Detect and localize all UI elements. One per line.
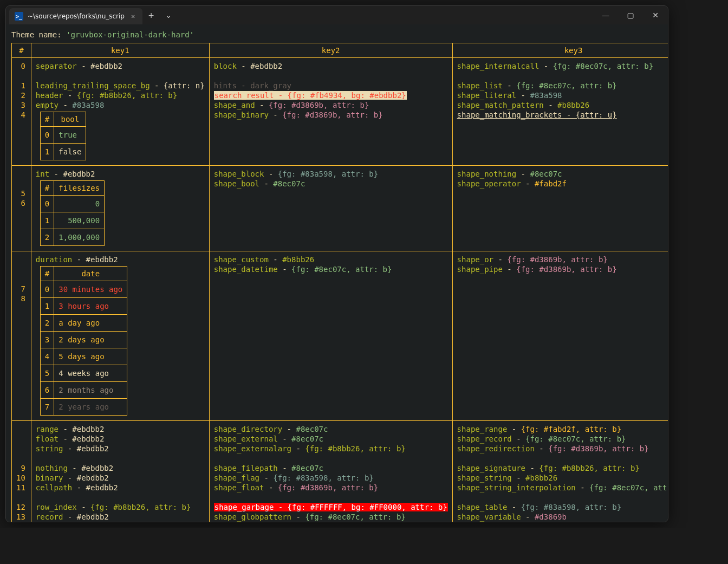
table-row: 0 1234 separator - #ebdbb2leading_traili… xyxy=(12,58,668,166)
theme-entry xyxy=(36,492,205,502)
theme-entry: shape_float - {fg: #d3869b, attr: b} xyxy=(214,483,448,492)
theme-entry: shape_string - #b8bb26 xyxy=(457,473,668,483)
theme-entry: block - #ebdbb2 xyxy=(214,61,448,71)
theme-entry: shape_match_pattern - #b8bb26 xyxy=(457,100,668,110)
table-row: 56 int - #ebdbb2#filesizes001500,00021,0… xyxy=(12,166,668,251)
theme-entry: shape_external - #8ec07c xyxy=(214,434,448,444)
tab-dropdown-button[interactable]: ⌄ xyxy=(160,6,177,24)
theme-entry xyxy=(214,71,448,81)
theme-entry: shape_datetime - {fg: #8ec07c, attr: b} xyxy=(214,264,448,274)
theme-entry: hints - dark_gray xyxy=(214,81,448,90)
terminal-tab[interactable]: >_ ~\source\repos\forks\nu_scrip ✕ xyxy=(9,8,142,24)
theme-entry: shape_pipe - {fg: #d3869b, attr: b} xyxy=(457,264,668,274)
theme-entry: shape_binary - {fg: #d3869b, attr: b} xyxy=(214,110,448,120)
theme-entry: leading_trailing_space_bg - {attr: n} xyxy=(36,81,205,90)
theme-entry: search_result - {fg: #fb4934, bg: #ebdbb… xyxy=(214,90,448,100)
theme-entry: shape_garbage - {fg: #FFFFFF, bg: #FF000… xyxy=(214,502,448,512)
mini-table: #bool0true1false xyxy=(40,112,87,160)
theme-entry: empty - #83a598 xyxy=(36,100,205,110)
theme-entry: shape_variable - #d3869b xyxy=(457,512,668,522)
col-key2: key2 xyxy=(209,43,452,58)
table-row: 78 duration - #ebdbb2#date030 minutes ag… xyxy=(12,251,668,421)
mini-table: #filesizes001500,00021,000,000 xyxy=(40,180,105,246)
theme-entry xyxy=(457,453,668,463)
theme-entry xyxy=(214,492,448,502)
maximize-button[interactable]: ▢ xyxy=(618,6,643,24)
titlebar-drag-area[interactable] xyxy=(177,6,593,24)
theme-entry: shape_custom - #b8bb26 xyxy=(214,255,448,264)
theme-entry: shape_flag - {fg: #83a598, attr: b} xyxy=(214,473,448,483)
theme-entry: separator - #ebdbb2 xyxy=(36,61,205,71)
theme-entry: shape_internalcall - {fg: #8ec07c, attr:… xyxy=(457,61,668,71)
theme-entry: duration - #ebdbb2 xyxy=(36,255,205,264)
theme-entry xyxy=(36,71,205,81)
theme-entry: header - {fg: #b8bb26, attr: b} xyxy=(36,90,205,100)
theme-entry: shape_operator - #fabd2f xyxy=(457,179,668,189)
theme-entry: shape_bool - #8ec07c xyxy=(214,179,448,189)
mini-table: #date030 minutes ago13 hours ago2a day a… xyxy=(40,266,127,416)
theme-entry: shape_redirection - {fg: #d3869b, attr: … xyxy=(457,444,668,453)
powershell-icon: >_ xyxy=(15,12,23,21)
terminal-window: >_ ~\source\repos\forks\nu_scrip ✕ + ⌄ —… xyxy=(5,5,668,522)
theme-entry: shape_record - {fg: #8ec07c, attr: b} xyxy=(457,434,668,444)
theme-entry: shape_block - {fg: #83a598, attr: b} xyxy=(214,169,448,179)
table-row: 91011 121314 range - #ebdbb2float - #ebd… xyxy=(12,421,668,522)
col-key3: key3 xyxy=(452,43,668,58)
theme-entry: range - #ebdbb2 xyxy=(36,424,205,434)
theme-entry: int - #ebdbb2 xyxy=(36,169,205,179)
theme-entry: shape_literal - #83a598 xyxy=(457,90,668,100)
theme-entry: record - #ebdbb2 xyxy=(36,512,205,522)
theme-entry: shape_matching_brackets - {attr: u} xyxy=(457,110,668,120)
theme-entry: shape_globpattern - {fg: #8ec07c, attr: … xyxy=(214,512,448,522)
minimize-button[interactable]: — xyxy=(593,6,618,24)
theme-entry: shape_directory - #8ec07c xyxy=(214,424,448,434)
theme-entry: nothing - #ebdbb2 xyxy=(36,463,205,473)
close-window-button[interactable]: ✕ xyxy=(643,6,668,24)
table-header-row: # key1 key2 key3 xyxy=(12,43,668,58)
theme-entry: shape_or - {fg: #d3869b, attr: b} xyxy=(457,255,668,264)
titlebar: >_ ~\source\repos\forks\nu_scrip ✕ + ⌄ —… xyxy=(6,6,668,24)
theme-entry xyxy=(214,453,448,463)
theme-entry: shape_nothing - #8ec07c xyxy=(457,169,668,179)
theme-entry: shape_filepath - #8ec07c xyxy=(214,463,448,473)
theme-entry: shape_externalarg - {fg: #b8bb26, attr: … xyxy=(214,444,448,453)
tab-title: ~\source\repos\forks\nu_scrip xyxy=(28,12,125,20)
col-hash: # xyxy=(12,43,31,58)
theme-name-line: Theme name: 'gruvbox-original-dark-hard' xyxy=(11,30,662,40)
theme-entry: float - #ebdbb2 xyxy=(36,434,205,444)
theme-entry: shape_list - {fg: #8ec07c, attr: b} xyxy=(457,81,668,90)
theme-entry xyxy=(457,492,668,502)
theme-entry xyxy=(457,71,668,81)
col-key1: key1 xyxy=(31,43,209,58)
theme-entry: shape_string_interpolation - {fg: #8ec07… xyxy=(457,483,668,492)
theme-entry: binary - #ebdbb2 xyxy=(36,473,205,483)
close-tab-icon[interactable]: ✕ xyxy=(129,11,137,21)
theme-entry: shape_range - {fg: #fabd2f, attr: b} xyxy=(457,424,668,434)
theme-entry: string - #ebdbb2 xyxy=(36,444,205,453)
theme-entry: cellpath - #ebdbb2 xyxy=(36,483,205,492)
new-tab-button[interactable]: + xyxy=(142,6,160,24)
theme-entry: row_index - {fg: #b8bb26, attr: b} xyxy=(36,502,205,512)
theme-entry xyxy=(36,453,205,463)
terminal-body[interactable]: Theme name: 'gruvbox-original-dark-hard'… xyxy=(6,24,668,522)
theme-entry: shape_table - {fg: #83a598, attr: b} xyxy=(457,502,668,512)
theme-table: # key1 key2 key3 0 1234 separator - #ebd… xyxy=(11,43,668,522)
theme-entry: shape_signature - {fg: #b8bb26, attr: b} xyxy=(457,463,668,473)
theme-entry: shape_and - {fg: #d3869b, attr: b} xyxy=(214,100,448,110)
